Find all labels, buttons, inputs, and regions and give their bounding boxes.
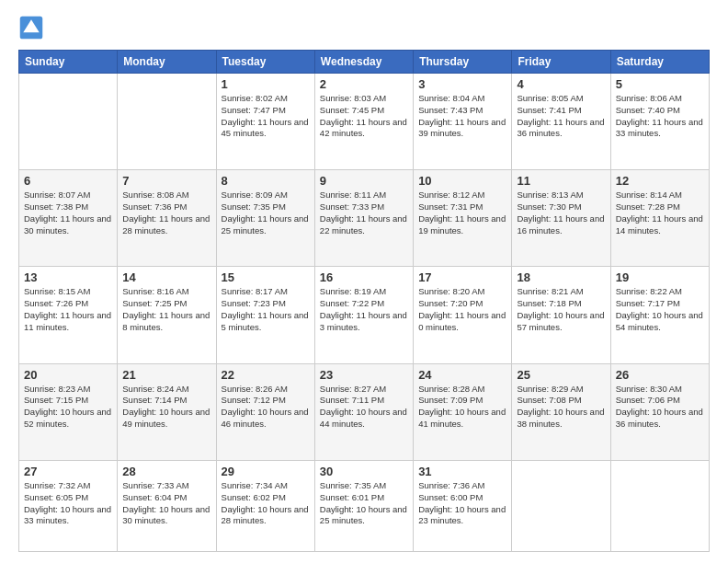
- calendar-cell: 7Sunrise: 8:08 AM Sunset: 7:36 PM Daylig…: [118, 170, 216, 267]
- calendar-cell: 20Sunrise: 8:23 AM Sunset: 7:15 PM Dayli…: [19, 363, 118, 460]
- day-number: 26: [616, 368, 704, 382]
- calendar-cell: 6Sunrise: 8:07 AM Sunset: 7:38 PM Daylig…: [19, 170, 118, 267]
- day-number: 14: [122, 270, 210, 284]
- calendar-cell: 19Sunrise: 8:22 AM Sunset: 7:17 PM Dayli…: [610, 267, 709, 363]
- calendar-cell: 25Sunrise: 8:29 AM Sunset: 7:08 PM Dayli…: [512, 363, 610, 460]
- day-info: Sunrise: 8:04 AM Sunset: 7:43 PM Dayligh…: [418, 93, 506, 140]
- calendar-header-saturday: Saturday: [610, 51, 709, 74]
- day-info: Sunrise: 8:27 AM Sunset: 7:11 PM Dayligh…: [320, 384, 408, 431]
- day-info: Sunrise: 8:19 AM Sunset: 7:22 PM Dayligh…: [320, 286, 408, 333]
- calendar-cell: 5Sunrise: 8:06 AM Sunset: 7:40 PM Daylig…: [610, 74, 709, 170]
- day-info: Sunrise: 8:13 AM Sunset: 7:30 PM Dayligh…: [517, 190, 605, 236]
- day-info: Sunrise: 8:03 AM Sunset: 7:45 PM Dayligh…: [320, 93, 408, 140]
- calendar-week-4: 20Sunrise: 8:23 AM Sunset: 7:15 PM Dayli…: [19, 363, 710, 460]
- day-number: 28: [122, 465, 210, 478]
- calendar-cell: 12Sunrise: 8:14 AM Sunset: 7:28 PM Dayli…: [610, 170, 709, 267]
- day-info: Sunrise: 8:07 AM Sunset: 7:38 PM Dayligh…: [24, 190, 112, 236]
- day-number: 18: [517, 270, 605, 284]
- calendar-table: SundayMondayTuesdayWednesdayThursdayFrid…: [18, 50, 710, 552]
- day-info: Sunrise: 8:20 AM Sunset: 7:20 PM Dayligh…: [418, 286, 506, 333]
- day-number: 24: [418, 368, 506, 382]
- day-number: 16: [320, 270, 408, 284]
- day-info: Sunrise: 8:06 AM Sunset: 7:40 PM Dayligh…: [616, 93, 704, 140]
- calendar-cell: 3Sunrise: 8:04 AM Sunset: 7:43 PM Daylig…: [414, 74, 512, 170]
- day-number: 5: [616, 77, 704, 91]
- header: [18, 15, 710, 40]
- day-number: 12: [616, 174, 704, 188]
- calendar-cell: [512, 460, 610, 551]
- calendar-cell: 2Sunrise: 8:03 AM Sunset: 7:45 PM Daylig…: [314, 74, 413, 170]
- calendar-cell: 9Sunrise: 8:11 AM Sunset: 7:33 PM Daylig…: [314, 170, 413, 267]
- calendar-cell: 30Sunrise: 7:35 AM Sunset: 6:01 PM Dayli…: [314, 460, 413, 551]
- day-info: Sunrise: 8:29 AM Sunset: 7:08 PM Dayligh…: [517, 384, 605, 431]
- day-info: Sunrise: 8:24 AM Sunset: 7:14 PM Dayligh…: [122, 384, 210, 431]
- calendar-cell: 15Sunrise: 8:17 AM Sunset: 7:23 PM Dayli…: [216, 267, 314, 363]
- day-info: Sunrise: 8:09 AM Sunset: 7:35 PM Dayligh…: [222, 190, 310, 236]
- day-info: Sunrise: 8:05 AM Sunset: 7:41 PM Dayligh…: [517, 93, 605, 140]
- day-number: 8: [222, 174, 310, 188]
- calendar-cell: 16Sunrise: 8:19 AM Sunset: 7:22 PM Dayli…: [314, 267, 413, 363]
- day-info: Sunrise: 7:36 AM Sunset: 6:00 PM Dayligh…: [418, 480, 506, 527]
- day-number: 29: [222, 465, 310, 478]
- day-number: 3: [418, 77, 506, 91]
- day-number: 20: [24, 368, 112, 382]
- calendar-cell: 18Sunrise: 8:21 AM Sunset: 7:18 PM Dayli…: [512, 267, 610, 363]
- calendar-cell: 24Sunrise: 8:28 AM Sunset: 7:09 PM Dayli…: [414, 363, 512, 460]
- day-info: Sunrise: 8:17 AM Sunset: 7:23 PM Dayligh…: [222, 286, 310, 333]
- calendar-cell: 29Sunrise: 7:34 AM Sunset: 6:02 PM Dayli…: [216, 460, 314, 551]
- calendar-cell: 31Sunrise: 7:36 AM Sunset: 6:00 PM Dayli…: [414, 460, 512, 551]
- calendar-header-sunday: Sunday: [19, 51, 118, 74]
- calendar-week-2: 6Sunrise: 8:07 AM Sunset: 7:38 PM Daylig…: [19, 170, 710, 267]
- calendar-header-wednesday: Wednesday: [314, 51, 413, 74]
- calendar-cell: [118, 74, 216, 170]
- calendar-header-tuesday: Tuesday: [216, 51, 314, 74]
- calendar-cell: 10Sunrise: 8:12 AM Sunset: 7:31 PM Dayli…: [414, 170, 512, 267]
- day-number: 21: [122, 368, 210, 382]
- calendar-cell: 22Sunrise: 8:26 AM Sunset: 7:12 PM Dayli…: [216, 363, 314, 460]
- day-number: 4: [517, 77, 605, 91]
- day-info: Sunrise: 7:34 AM Sunset: 6:02 PM Dayligh…: [222, 480, 310, 527]
- calendar-cell: 13Sunrise: 8:15 AM Sunset: 7:26 PM Dayli…: [19, 267, 118, 363]
- calendar-cell: 28Sunrise: 7:33 AM Sunset: 6:04 PM Dayli…: [118, 460, 216, 551]
- calendar-header-row: SundayMondayTuesdayWednesdayThursdayFrid…: [19, 51, 710, 74]
- logo-icon: [18, 15, 44, 40]
- calendar-cell: 27Sunrise: 7:32 AM Sunset: 6:05 PM Dayli…: [19, 460, 118, 551]
- day-number: 7: [122, 174, 210, 188]
- day-number: 10: [418, 174, 506, 188]
- day-info: Sunrise: 8:28 AM Sunset: 7:09 PM Dayligh…: [418, 384, 506, 431]
- day-number: 30: [320, 465, 408, 478]
- calendar-cell: 23Sunrise: 8:27 AM Sunset: 7:11 PM Dayli…: [314, 363, 413, 460]
- day-info: Sunrise: 8:11 AM Sunset: 7:33 PM Dayligh…: [320, 190, 408, 236]
- day-info: Sunrise: 8:08 AM Sunset: 7:36 PM Dayligh…: [122, 190, 210, 236]
- day-info: Sunrise: 8:02 AM Sunset: 7:47 PM Dayligh…: [222, 93, 310, 140]
- day-info: Sunrise: 8:12 AM Sunset: 7:31 PM Dayligh…: [418, 190, 506, 236]
- calendar-cell: 1Sunrise: 8:02 AM Sunset: 7:47 PM Daylig…: [216, 74, 314, 170]
- calendar-header-monday: Monday: [118, 51, 216, 74]
- day-number: 9: [320, 174, 408, 188]
- day-number: 2: [320, 77, 408, 91]
- calendar-cell: 11Sunrise: 8:13 AM Sunset: 7:30 PM Dayli…: [512, 170, 610, 267]
- day-number: 6: [24, 174, 112, 188]
- day-number: 17: [418, 270, 506, 284]
- day-info: Sunrise: 8:16 AM Sunset: 7:25 PM Dayligh…: [122, 286, 210, 333]
- day-info: Sunrise: 7:33 AM Sunset: 6:04 PM Dayligh…: [122, 480, 210, 527]
- day-number: 22: [222, 368, 310, 382]
- day-number: 23: [320, 368, 408, 382]
- day-number: 31: [418, 465, 506, 478]
- calendar-cell: 26Sunrise: 8:30 AM Sunset: 7:06 PM Dayli…: [610, 363, 709, 460]
- calendar-week-1: 1Sunrise: 8:02 AM Sunset: 7:47 PM Daylig…: [19, 74, 710, 170]
- calendar-cell: [19, 74, 118, 170]
- calendar-header-friday: Friday: [512, 51, 610, 74]
- day-info: Sunrise: 8:26 AM Sunset: 7:12 PM Dayligh…: [222, 384, 310, 431]
- day-number: 1: [222, 77, 310, 91]
- day-number: 19: [616, 270, 704, 284]
- calendar-cell: 8Sunrise: 8:09 AM Sunset: 7:35 PM Daylig…: [216, 170, 314, 267]
- day-info: Sunrise: 7:32 AM Sunset: 6:05 PM Dayligh…: [24, 480, 112, 527]
- day-info: Sunrise: 8:15 AM Sunset: 7:26 PM Dayligh…: [24, 286, 112, 333]
- calendar-header-thursday: Thursday: [414, 51, 512, 74]
- calendar-week-3: 13Sunrise: 8:15 AM Sunset: 7:26 PM Dayli…: [19, 267, 710, 363]
- day-number: 13: [24, 270, 112, 284]
- day-info: Sunrise: 8:14 AM Sunset: 7:28 PM Dayligh…: [616, 190, 704, 236]
- calendar-cell: 17Sunrise: 8:20 AM Sunset: 7:20 PM Dayli…: [414, 267, 512, 363]
- day-number: 15: [222, 270, 310, 284]
